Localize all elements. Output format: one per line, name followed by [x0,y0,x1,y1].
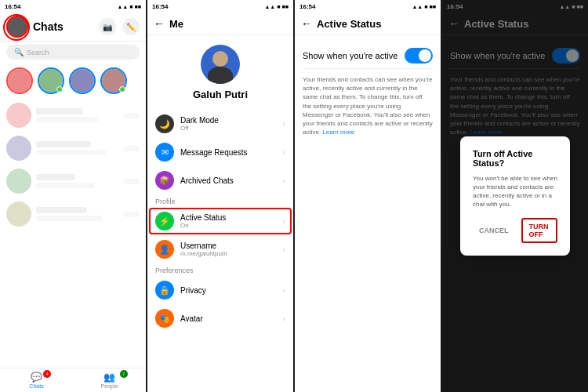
privacy-arrow: › [283,286,285,295]
profile-avatar-main [201,45,240,84]
active-status-sub: On [180,222,277,229]
profile-section-label: Profile [147,194,293,207]
active-status-title: Active Status [317,18,381,30]
bottom-nav: 4 💬 Chats 7 👥 People [0,368,146,392]
active-status-icon: ⚡ [155,212,174,230]
online-dot-2 [119,86,125,93]
dialog-cancel-btn[interactable]: CANCEL [473,223,515,238]
username-sub: m.me/galuhtputri [180,250,277,257]
menu-avatar[interactable]: 🎭 Avatar › [147,304,293,332]
active-status-back-header: ← Active Status [295,13,441,35]
dark-mode-icon: 🌙 [155,114,174,133]
toggle-row: Show when you're active [303,43,433,69]
nav-chats-label: Chats [29,383,43,389]
menu-privacy[interactable]: 🔒 Privacy › [147,276,293,304]
chats-badge: 4 [43,370,51,378]
chats-title: Chats [33,20,94,33]
menu-archived-chats[interactable]: 📦 Archived Chats › [147,166,293,194]
search-icon: 🔍 [14,48,24,56]
status-bar-2: 16:54 ▲▲ ■ ■■ [147,0,293,13]
message-requests-name: Message Requests [180,148,277,157]
time-3: 16:54 [299,3,315,10]
avatar-icon: 🎭 [155,309,174,328]
menu-dark-mode[interactable]: 🌙 Dark ModeOff › [147,110,293,138]
archived-chats-arrow: › [283,176,285,185]
dark-mode-sub: Off [180,125,277,132]
nav-people-label: People [101,383,118,389]
me-back-header: ← Me [147,13,293,35]
active-status-name: Active Status [180,213,277,222]
profile-avatar-small[interactable] [6,16,28,38]
time-1: 16:54 [5,3,20,10]
username-name: Username [180,241,277,250]
camera-icon-btn[interactable]: 📷 [99,18,116,35]
screen-active-status-dialog: 16:54 ▲▲ ■ ■■ ← Active Status Show when … [442,0,588,392]
status-icons-1: ▲▲ ■ ■■ [117,4,141,9]
story-item-video[interactable] [6,67,33,94]
story-avatar-video [6,67,33,94]
screen-active-status: 16:54 ▲▲ ■ ■■ ← Active Status Show when … [295,0,441,392]
screens-container: 16:54 ▲▲ ■ ■■ Chats 📷 ✏️ 🔍 Search [0,0,588,392]
search-placeholder: Search [27,49,49,56]
me-back-arrow[interactable]: ← [154,17,165,30]
story-item-1[interactable] [38,67,64,94]
story-avatar-3 [100,67,127,94]
dark-mode-arrow: › [283,120,285,129]
active-status-arrow: › [283,217,285,226]
online-dot-1 [56,86,63,93]
search-bar[interactable]: 🔍 Search [6,45,140,60]
toggle-label: Show when you're active [303,51,397,60]
username-arrow: › [283,245,285,254]
avatar-name: Avatar [180,314,277,323]
menu-username[interactable]: 👤 Usernamem.me/galuhtputri › [147,235,293,263]
screen-chats: 16:54 ▲▲ ■ ■■ Chats 📷 ✏️ 🔍 Search [0,0,146,392]
time-2: 16:54 [152,3,168,10]
story-avatar-2 [69,67,96,94]
chat-list [0,99,146,368]
menu-active-status[interactable]: ⚡ Active StatusOn › [147,207,293,235]
privacy-name: Privacy [180,286,277,295]
avatar-arrow: › [283,314,285,323]
me-profile-section: Galuh Putri [147,35,293,107]
preferences-section-label: Preferences [147,263,293,276]
active-status-back-arrow[interactable]: ← [301,17,312,30]
dialog-overlay: Turn off Active Status? You won't be abl… [442,0,588,392]
story-avatar-1 [38,67,64,94]
menu-message-requests[interactable]: ✉ Message Requests › [147,138,293,166]
toggle-knob [419,49,431,62]
status-icons-3: ▲▲ ■ ■■ [412,4,436,9]
dialog-title: Turn off Active Status? [473,149,557,168]
blur-overlay [0,99,146,368]
chats-header: Chats 📷 ✏️ [0,13,146,42]
header-icons: 📷 ✏️ [99,18,140,35]
status-bar-1: 16:54 ▲▲ ■ ■■ [0,0,146,13]
chats-icon: 💬 [31,372,42,383]
me-title: Me [169,18,183,30]
active-status-content: Show when you're active Your friends and… [295,35,441,392]
people-badge: 7 [120,370,128,378]
me-menu: 🌙 Dark ModeOff › ✉ Message Requests › 📦 … [147,107,293,336]
message-requests-icon: ✉ [155,143,174,162]
edit-icon-btn[interactable]: ✏️ [122,18,140,35]
archived-chats-name: Archived Chats [180,176,277,185]
nav-chats[interactable]: 4 💬 Chats [0,372,73,389]
dialog-turnoff-btn[interactable]: TURN OFF [521,218,558,243]
dialog-body: You won't be able to see when your frien… [473,174,557,209]
status-bar-3: 16:54 ▲▲ ■ ■■ [295,0,441,13]
nav-people[interactable]: 7 👥 People [73,372,146,389]
people-icon: 👥 [103,372,115,383]
screen-me: 16:54 ▲▲ ■ ■■ ← Me Galuh Putri 🌙 Dar [147,0,293,392]
active-status-description: Your friends and contacts can see when y… [303,75,433,136]
dark-mode-name: Dark Mode [180,116,277,125]
status-icons-2: ▲▲ ■ ■■ [264,4,289,9]
story-item-3[interactable] [100,67,127,94]
profile-name: Galuh Putri [193,89,248,100]
dialog-buttons: CANCEL TURN OFF [473,218,557,243]
privacy-icon: 🔒 [155,281,174,299]
stories-row [0,63,146,99]
username-icon: 👤 [155,240,174,259]
story-item-2[interactable] [69,67,96,94]
learn-more-link[interactable]: Learn more [322,129,354,136]
message-requests-arrow: › [283,148,285,157]
active-status-toggle[interactable] [405,48,433,64]
